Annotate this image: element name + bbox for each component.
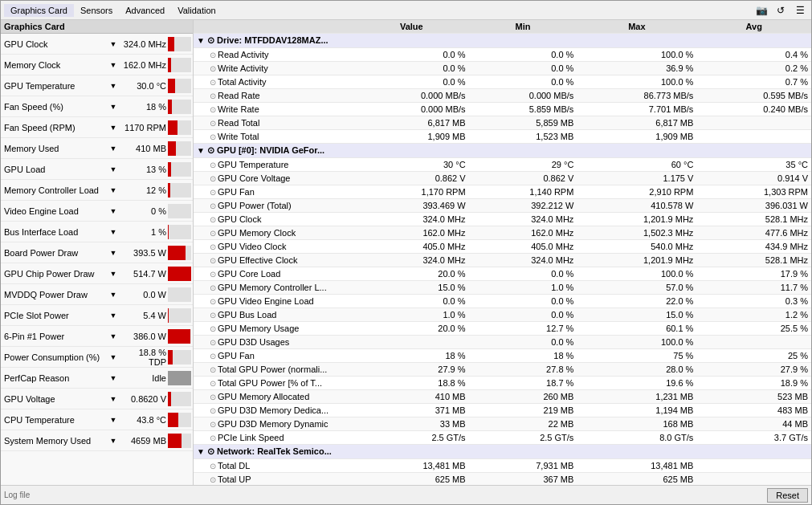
sensor-name: CPU Temperature: [2, 415, 107, 425]
sensor-name: Board Power Draw: [2, 248, 107, 258]
sensor-dropdown[interactable]: ▼: [107, 59, 120, 71]
row-min: 12.7 %: [469, 322, 577, 336]
row-label: ⊙GPU D3D Memory Dedica...: [194, 404, 354, 417]
sensor-bar: [168, 308, 169, 323]
col-value: Value: [354, 20, 469, 34]
sensor-dropdown[interactable]: ▼: [107, 100, 120, 113]
sensor-row: GPU Load▼13 %: [1, 159, 193, 180]
sensor-bar: [168, 371, 191, 385]
sensor-bar-container: [168, 371, 191, 385]
row-value: [354, 336, 469, 349]
sensor-row: PCIe Slot Power▼5.4 W: [1, 305, 193, 326]
sensor-value: 324.0 MHz: [120, 39, 168, 49]
sensor-dropdown[interactable]: ▼: [107, 434, 120, 447]
sensor-name: Video Engine Load: [2, 206, 107, 216]
menu-validation[interactable]: Validation: [171, 4, 222, 17]
table-header-row: Value Min Max Avg: [194, 20, 811, 34]
row-min: 29 °C: [469, 158, 577, 172]
row-min: 0.000 MB/s: [469, 89, 577, 103]
camera-icon[interactable]: 📷: [753, 2, 769, 18]
sensor-dropdown[interactable]: ▼: [107, 121, 120, 134]
sensor-name: Memory Used: [2, 144, 107, 153]
reset-button[interactable]: Reset: [767, 488, 808, 503]
app-window: Graphics Card Sensors Advanced Validatio…: [0, 0, 812, 505]
sensor-dropdown[interactable]: ▼: [107, 38, 120, 51]
row-avg: 1.2 %: [696, 308, 811, 322]
sensor-value: 410 MB: [120, 144, 168, 153]
table-row: ⊙GPU Fan1,170 RPM1,140 RPM2,910 RPM1,303…: [194, 185, 811, 199]
row-label: ⊙GPU Memory Usage: [194, 322, 354, 336]
sensor-name: System Memory Used: [2, 436, 107, 446]
sensor-name: 6-Pin #1 Power: [2, 332, 107, 341]
sensor-dropdown[interactable]: ▼: [107, 79, 120, 92]
row-label: ⊙GPU Core Voltage: [194, 172, 354, 185]
row-min: 5.859 MB/s: [469, 103, 577, 116]
sensor-dropdown[interactable]: ▼: [107, 393, 120, 405]
sensor-name: Power Consumption (%): [2, 352, 107, 362]
row-min: 405.0 MHz: [469, 240, 577, 254]
main-content: Graphics Card GPU Clock▼324.0 MHzMemory …: [1, 20, 811, 485]
sensor-dropdown[interactable]: ▼: [107, 163, 120, 176]
table-row: ⊙Read Activity0.0 %0.0 %100.0 %0.4 %: [194, 48, 811, 62]
sensor-dropdown[interactable]: ▼: [107, 288, 120, 301]
row-value: 0.000 MB/s: [354, 103, 469, 116]
menu-icon[interactable]: ☰: [792, 2, 808, 18]
sensor-value: 514.7 W: [120, 269, 168, 279]
sensor-bar: [168, 79, 175, 93]
row-min: 0.0 %: [469, 295, 577, 308]
sensor-bar-container: [168, 434, 191, 448]
sensor-dropdown[interactable]: ▼: [107, 413, 120, 426]
table-row: ⊙Write Rate0.000 MB/s5.859 MB/s7.701 MB/…: [194, 103, 811, 116]
menu-graphics-card[interactable]: Graphics Card: [4, 4, 74, 17]
table-row: ⊙GPU Memory Usage20.0 %12.7 %60.1 %25.5 …: [194, 322, 811, 336]
menu-advanced[interactable]: Advanced: [119, 4, 171, 17]
menu-sensors[interactable]: Sensors: [74, 4, 119, 17]
row-max: 2,910 RPM: [577, 185, 696, 199]
sensor-name: MVDDQ Power Draw: [2, 290, 107, 299]
sensor-dropdown[interactable]: ▼: [107, 309, 120, 322]
row-label: ⊙GPU D3D Usages: [194, 336, 354, 349]
row-max: 100.0 %: [577, 75, 696, 89]
sensor-value: 18.8 % TDP: [120, 348, 168, 367]
sensor-value: 12 %: [120, 185, 168, 195]
row-max: 13,481 MB: [577, 459, 696, 473]
row-value: 13,481 MB: [354, 459, 469, 473]
row-value: 18 %: [354, 349, 469, 363]
row-avg: 0.240 MB/s: [696, 103, 811, 116]
table-row: ⊙Write Total1,909 MB1,523 MB1,909 MB: [194, 130, 811, 144]
table-row: ⊙Write Activity0.0 %0.0 %36.9 %0.2 %: [194, 62, 811, 75]
row-label: ⊙Total GPU Power [% of T...: [194, 377, 354, 390]
sensor-dropdown[interactable]: ▼: [107, 184, 120, 197]
sensor-name: GPU Clock: [2, 39, 107, 49]
row-min: 0.0 %: [469, 48, 577, 62]
sensor-row: MVDDQ Power Draw▼0.0 W: [1, 284, 193, 305]
sensor-name: Memory Clock: [2, 60, 107, 70]
sensor-name: Fan Speed (RPM): [2, 123, 107, 132]
row-max: 22.0 %: [577, 295, 696, 308]
sensor-dropdown[interactable]: ▼: [107, 267, 120, 280]
row-min: 2.5 GT/s: [469, 431, 577, 445]
sensor-name: GPU Temperature: [2, 81, 107, 91]
row-min: 324.0 MHz: [469, 254, 577, 267]
sensor-value: 0.0 W: [120, 290, 168, 299]
sensor-dropdown[interactable]: ▼: [107, 246, 120, 259]
sensor-dropdown[interactable]: ▼: [107, 205, 120, 218]
sensor-dropdown[interactable]: ▼: [107, 142, 120, 155]
sensor-row: GPU Clock▼324.0 MHz: [1, 34, 193, 55]
row-avg: 3.7 GT/s: [696, 431, 811, 445]
sensor-bar: [168, 58, 171, 72]
sensor-dropdown[interactable]: ▼: [107, 330, 120, 343]
row-value: 2.5 GT/s: [354, 431, 469, 445]
sensor-dropdown[interactable]: ▼: [107, 351, 120, 364]
refresh-icon[interactable]: ↺: [773, 2, 789, 18]
row-min: 392.212 W: [469, 199, 577, 213]
sensor-dropdown[interactable]: ▼: [107, 372, 120, 385]
sensor-dropdown[interactable]: ▼: [107, 226, 120, 238]
row-min: 1,140 RPM: [469, 185, 577, 199]
table-row: ⊙Total Activity0.0 %0.0 %100.0 %0.7 %: [194, 75, 811, 89]
table-row: ⊙PCIe Link Speed2.5 GT/s2.5 GT/s8.0 GT/s…: [194, 431, 811, 445]
row-value: 625 MB: [354, 473, 469, 486]
row-avg: 27.9 %: [696, 363, 811, 377]
row-max: 75 %: [577, 349, 696, 363]
sensor-bar-container: [168, 183, 191, 198]
